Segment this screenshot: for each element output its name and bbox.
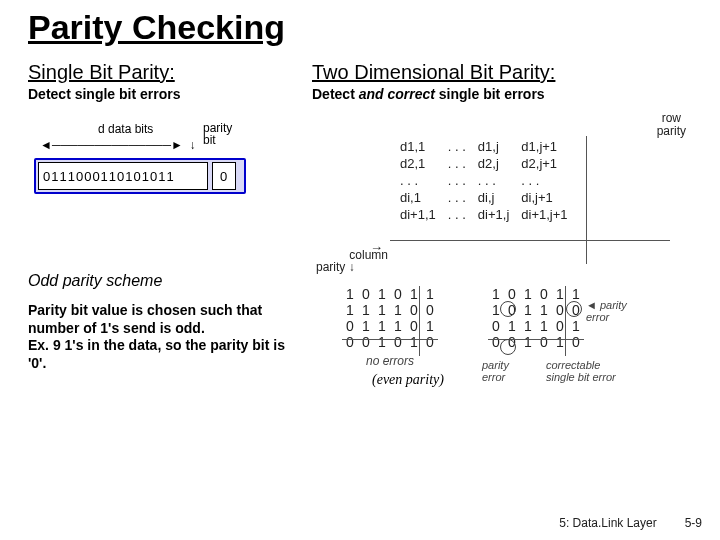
parity-note: Parity bit value is chosen such that num… <box>28 302 288 372</box>
grid-cell: d1,j <box>472 138 515 155</box>
slide-title: Parity Checking <box>28 8 692 47</box>
two-dim-grid-figure: row parity column parity d1,1 . . . d1,j… <box>312 112 692 282</box>
grid-cell: . . . <box>442 206 472 223</box>
matrix-divider-v <box>565 286 566 356</box>
grid-divider-v <box>586 136 587 264</box>
grid-cell: d2,j+1 <box>515 155 573 172</box>
matrix-no-errors: 101011 111100 011101 001010 no errors <box>342 286 438 368</box>
parity-bit-label: parity bit <box>203 122 232 146</box>
two-dim-sub-post: single bit errors <box>435 86 545 102</box>
grid-cell: di+1,1 <box>394 206 442 223</box>
bracket-arrows: ◄──────────────► ↓ <box>40 138 195 152</box>
right-column: Two Dimensional Bit Parity: Detect and c… <box>312 61 692 388</box>
grid-divider-h <box>390 240 670 241</box>
parity-error-label-row: ◄ parity error <box>586 300 627 323</box>
columns: Single Bit Parity: Detect single bit err… <box>28 61 692 388</box>
arrow-down-icon <box>349 260 355 274</box>
matrix-divider-h <box>342 339 438 340</box>
matrix-with-error: 101011 101100 011101 001010 ◄ parity err… <box>488 286 584 368</box>
grid-cell: d1,j+1 <box>515 138 573 155</box>
correctable-label: correctable single bit error <box>546 360 616 383</box>
data-bits-box: 0111000110101011 <box>38 162 208 190</box>
single-bit-heading: Single Bit Parity: <box>28 61 288 84</box>
parity-error-label-col: parity error <box>482 360 509 383</box>
grid-cell: di+1,j+1 <box>515 206 573 223</box>
grid-cell: d1,1 <box>394 138 442 155</box>
grid-cell: . . . <box>442 189 472 206</box>
footer: 5: Data.Link Layer 5-9 <box>0 516 702 530</box>
row-parity-error-circle-icon <box>566 301 582 317</box>
single-bit-figure: d data bits parity bit ◄──────────────► … <box>28 122 288 212</box>
grid-cell: . . . <box>515 172 573 189</box>
grid-cell: d2,1 <box>394 155 442 172</box>
left-column: Single Bit Parity: Detect single bit err… <box>28 61 288 388</box>
even-parity-note: (even parity) <box>372 372 692 388</box>
two-dim-sub-em: and correct <box>359 86 435 102</box>
grid-cell: di,j+1 <box>515 189 573 206</box>
grid-cell: d2,j <box>472 155 515 172</box>
row-parity-label: row parity <box>657 112 686 137</box>
grid-cell: di+1,j <box>472 206 515 223</box>
matrix-caption-no-errors: no errors <box>342 354 438 368</box>
two-dim-sub: Detect and correct single bit errors <box>312 86 692 102</box>
grid-cell: . . . <box>394 172 442 189</box>
matrix-divider-v <box>419 286 420 356</box>
grid-cell: di,j <box>472 189 515 206</box>
slide: Parity Checking Single Bit Parity: Detec… <box>0 0 720 540</box>
footer-page: 5-9 <box>685 516 702 530</box>
col-parity-error-circle-icon <box>500 339 516 355</box>
parity-bit-box: 0 <box>212 162 236 190</box>
grid-cell: . . . <box>442 155 472 172</box>
two-dim-heading: Two Dimensional Bit Parity: <box>312 61 692 84</box>
arrow-right-icon <box>370 240 383 255</box>
footer-chapter: 5: Data.Link Layer <box>559 516 656 530</box>
grid-cell: di,1 <box>394 189 442 206</box>
single-bit-sub: Detect single bit errors <box>28 86 288 102</box>
bit-row: 0111000110101011 0 <box>38 162 236 190</box>
d-data-bits-label: d data bits <box>98 122 153 136</box>
two-dim-grid: d1,1 . . . d1,j d1,j+1 d2,1 . . . d2,j d… <box>394 138 574 223</box>
two-dim-sub-pre: Detect <box>312 86 359 102</box>
grid-cell: . . . <box>442 172 472 189</box>
example-matrices: 101011 111100 011101 001010 no errors 10… <box>342 286 692 368</box>
odd-parity-scheme-label: Odd parity scheme <box>28 272 288 290</box>
grid-cell: . . . <box>442 138 472 155</box>
grid-cell: . . . <box>472 172 515 189</box>
error-circle-icon <box>500 301 516 317</box>
